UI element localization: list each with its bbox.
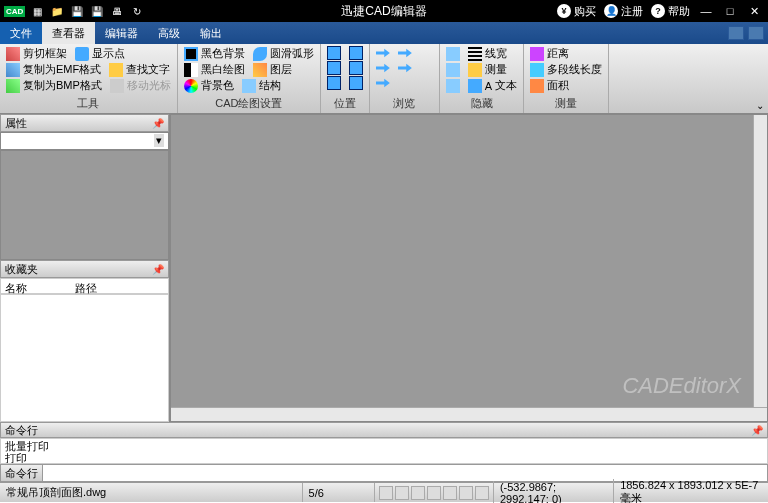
- area-button[interactable]: 面积: [530, 78, 569, 93]
- scrollbar-horizontal[interactable]: [171, 407, 767, 421]
- titlebar: CAD ▦ 📁 💾 💾 🖶 ↻ 迅捷CAD编辑器 ¥购买 👤注册 ?帮助 — □…: [0, 0, 768, 22]
- crop-frame-button[interactable]: 剪切框架: [6, 46, 67, 61]
- main-area: 属性📌 收藏夹📌 名称 路径 CADEditorX: [0, 114, 768, 422]
- nav3-button[interactable]: [376, 61, 390, 75]
- hide-icon: [446, 79, 460, 93]
- tab-viewer[interactable]: 查看器: [42, 22, 95, 44]
- grid-toggle[interactable]: [395, 486, 409, 500]
- group-label-cad: CAD绘图设置: [184, 94, 314, 113]
- blackbg-icon: [184, 47, 198, 61]
- hide2-button[interactable]: [446, 63, 460, 77]
- nav2-button[interactable]: [398, 46, 412, 60]
- ribbon-group-cad-settings: 黑色背景 圆滑弧形 黑白绘图 图层 背景色 结构 CAD绘图设置: [178, 44, 321, 113]
- color-icon: [184, 79, 198, 93]
- struct-icon: [242, 79, 256, 93]
- register-link[interactable]: 👤注册: [604, 4, 643, 19]
- status-dimensions: 1856.824 x 1893.012 x 5E-7毫米: [613, 479, 768, 503]
- save-icon[interactable]: 💾: [69, 3, 85, 19]
- properties-header[interactable]: 属性📌: [0, 114, 169, 132]
- bw-draw-button[interactable]: 黑白绘图: [184, 62, 245, 77]
- zoom4-button[interactable]: [349, 61, 363, 75]
- measure-toggle-button[interactable]: 测量: [468, 62, 507, 77]
- saveas-icon[interactable]: 💾: [89, 3, 105, 19]
- bmp-icon: [6, 79, 20, 93]
- close-button[interactable]: ✕: [746, 3, 762, 19]
- zoom-icon: [349, 61, 363, 75]
- hide-icon: [446, 63, 460, 77]
- scrollbar-vertical[interactable]: [753, 115, 767, 407]
- arrow-icon: [376, 46, 390, 60]
- status-page: 5/6: [303, 483, 375, 502]
- bg-color-button[interactable]: 背景色: [184, 78, 234, 93]
- maximize-button[interactable]: □: [722, 3, 738, 19]
- open-icon[interactable]: 📁: [49, 3, 65, 19]
- layers-button[interactable]: 图层: [253, 62, 292, 77]
- help-link[interactable]: ?帮助: [651, 4, 690, 19]
- distance-button[interactable]: 距离: [530, 46, 569, 61]
- buy-link[interactable]: ¥购买: [557, 4, 596, 19]
- show-point-button[interactable]: 显示点: [75, 46, 125, 61]
- pin-icon[interactable]: 📌: [152, 264, 164, 275]
- copy-bmp-button[interactable]: 复制为BMP格式: [6, 78, 102, 93]
- lw-icon: [468, 47, 482, 61]
- drawing-canvas[interactable]: CADEditorX: [171, 115, 753, 407]
- redo-icon[interactable]: ↻: [129, 3, 145, 19]
- zoom2-button[interactable]: [349, 46, 363, 60]
- otrack-toggle[interactable]: [459, 486, 473, 500]
- smooth-arc-button[interactable]: 圆滑弧形: [253, 46, 314, 61]
- nav1-button[interactable]: [376, 46, 390, 60]
- tab-editor[interactable]: 编辑器: [95, 22, 148, 44]
- favorites-header[interactable]: 收藏夹📌: [0, 260, 169, 278]
- tab-file[interactable]: 文件: [0, 22, 42, 44]
- arrow-icon: [376, 76, 390, 90]
- col-path[interactable]: 路径: [75, 281, 97, 291]
- osnap-toggle[interactable]: [443, 486, 457, 500]
- nav4-button[interactable]: [398, 61, 412, 75]
- polyline-button[interactable]: 多段线长度: [530, 62, 602, 77]
- ortho-toggle[interactable]: [411, 486, 425, 500]
- ribbon-group-hide: 线宽 测量 A 文本 隐藏: [440, 44, 524, 113]
- print-icon[interactable]: 🖶: [109, 3, 125, 19]
- tab-advanced[interactable]: 高级: [148, 22, 190, 44]
- bw-icon: [184, 63, 198, 77]
- text-toggle-button[interactable]: A 文本: [468, 78, 517, 93]
- cmdline-header[interactable]: 命令行📌: [0, 422, 768, 438]
- snap-toggle[interactable]: [379, 486, 393, 500]
- zoom6-button[interactable]: [349, 76, 363, 90]
- cursor-icon: [110, 79, 124, 93]
- ribbon-expand-icon[interactable]: ⌄: [756, 100, 764, 111]
- find-text-button[interactable]: 查找文字: [109, 62, 170, 77]
- pin-icon[interactable]: 📌: [751, 425, 763, 436]
- black-bg-button[interactable]: 黑色背景: [184, 46, 245, 61]
- polar-toggle[interactable]: [427, 486, 441, 500]
- pin-icon[interactable]: 📌: [152, 118, 164, 129]
- ribbon-group-measure: 距离 多段线长度 面积 测量: [524, 44, 609, 113]
- hide1-button[interactable]: [446, 47, 460, 61]
- ribbon-help-button[interactable]: [748, 26, 764, 40]
- structure-button[interactable]: 结构: [242, 78, 281, 93]
- statusbar: 常规吊顶剖面图.dwg 5/6 (-532.9867; 2992.147; 0)…: [0, 482, 768, 502]
- hide3-button[interactable]: [446, 79, 460, 93]
- zoom3-button[interactable]: [327, 61, 341, 75]
- zoom5-button[interactable]: [327, 76, 341, 90]
- tab-output[interactable]: 输出: [190, 22, 232, 44]
- nav5-button[interactable]: [376, 76, 390, 90]
- find-icon: [109, 63, 123, 77]
- zoom1-button[interactable]: [327, 46, 341, 60]
- left-panels: 属性📌 收藏夹📌 名称 路径: [0, 114, 170, 422]
- hide-icon: [446, 47, 460, 61]
- col-name[interactable]: 名称: [5, 281, 75, 291]
- minimize-button[interactable]: —: [698, 3, 714, 19]
- properties-body: [0, 150, 169, 260]
- favorites-columns: 名称 路径: [0, 278, 169, 294]
- cmdline-history: 批量打印 打印: [0, 438, 768, 464]
- layer-icon: [253, 63, 267, 77]
- linewidth-button[interactable]: 线宽: [468, 46, 507, 61]
- new-icon[interactable]: ▦: [29, 3, 45, 19]
- lwt-toggle[interactable]: [475, 486, 489, 500]
- group-label-hide: 隐藏: [446, 94, 517, 113]
- properties-combo[interactable]: [0, 132, 169, 150]
- copy-emf-button[interactable]: 复制为EMF格式: [6, 62, 101, 77]
- move-cursor-button[interactable]: 移动光标: [110, 78, 171, 93]
- ribbon-style-button[interactable]: [728, 26, 744, 40]
